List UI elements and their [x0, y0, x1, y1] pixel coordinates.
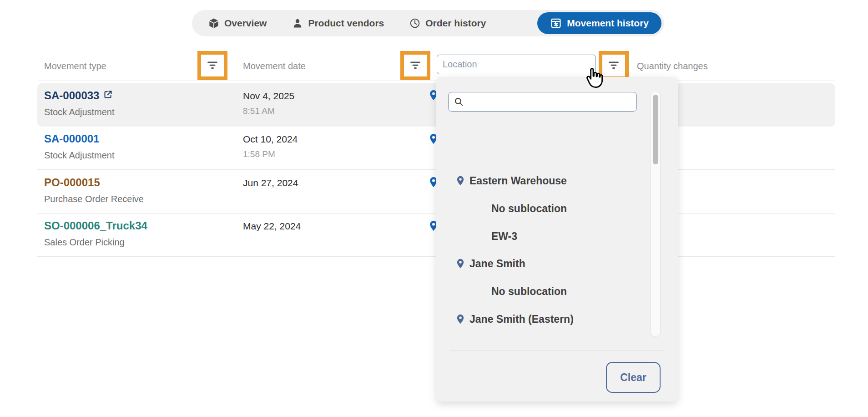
filter-icon — [607, 58, 621, 73]
location-filter-button[interactable] — [599, 51, 629, 80]
movement-type-filter-button[interactable] — [197, 51, 227, 80]
movement-time: 1:58 PM — [243, 149, 275, 159]
tab-product-vendors[interactable]: Product vendors — [292, 18, 384, 29]
clock-icon — [409, 18, 420, 29]
movement-link[interactable]: SA-000001 — [44, 132, 99, 145]
location-option-label: Eastern Warehouse — [469, 175, 567, 187]
scrollbar-thumb[interactable] — [653, 95, 658, 164]
location-option-label: No sublocation — [491, 285, 567, 298]
movement-time: 8:51 AM — [243, 106, 275, 116]
movement-type-label: Sales Order Picking — [44, 237, 125, 248]
movement-link[interactable]: PO-000015 — [44, 176, 100, 189]
filter-icon — [206, 58, 219, 73]
tab-overview[interactable]: Overview — [208, 18, 267, 29]
movement-link[interactable]: SA-000033 — [44, 89, 113, 102]
movement-icon — [550, 17, 562, 29]
location-option-label: EW-3 — [491, 230, 517, 243]
column-header-movement-type: Movement type — [44, 61, 106, 71]
movement-type-label: Stock Adjustment — [44, 107, 115, 117]
movement-date: Nov 4, 2025 — [243, 91, 294, 102]
movement-id: SA-000001 — [44, 132, 99, 145]
pin-icon — [455, 258, 466, 272]
dropdown-scrollbar[interactable] — [651, 91, 661, 337]
detail-tab-bar: Overview Product vendors Order history M… — [192, 10, 664, 36]
location-filter-dropdown: Eastern Warehouse No sublocation EW-3 Ja… — [436, 77, 678, 402]
movement-id: PO-000015 — [44, 176, 100, 189]
tab-label: Product vendors — [308, 18, 384, 29]
filter-icon — [409, 58, 422, 73]
movement-date-filter-button[interactable] — [400, 51, 430, 80]
location-option-label: No sublocation — [491, 203, 567, 215]
location-option[interactable]: Eastern Warehouse — [436, 171, 646, 191]
tab-label: Movement history — [567, 18, 649, 29]
pin-icon — [455, 175, 466, 189]
movement-type-label: Stock Adjustment — [44, 150, 115, 161]
person-icon — [292, 18, 303, 29]
location-search-input[interactable] — [448, 92, 637, 112]
location-option-label: Jane Smith (Eastern) — [469, 313, 574, 325]
location-option[interactable]: Jane Smith (Eastern) — [436, 309, 646, 329]
location-list: Eastern Warehouse No sublocation EW-3 Ja… — [436, 118, 646, 338]
movement-date: Jun 27, 2024 — [243, 178, 298, 188]
location-option-label: Jane Smith — [469, 258, 525, 270]
tab-movement-history[interactable]: Movement history — [537, 12, 661, 34]
movement-date: May 22, 2024 — [243, 221, 301, 232]
external-link-icon — [103, 89, 113, 102]
sublocation-option[interactable]: No sublocation — [436, 281, 646, 301]
column-header-quantity-changes: Quantity changes — [637, 61, 708, 71]
package-icon — [208, 18, 219, 29]
tab-order-history[interactable]: Order history — [409, 18, 486, 29]
clear-filter-button[interactable]: Clear — [606, 362, 661, 393]
pin-icon — [455, 314, 466, 327]
movement-date: Oct 10, 2024 — [243, 134, 298, 145]
sublocation-option[interactable]: EW-3 — [436, 226, 646, 246]
location-filter-input[interactable] — [437, 55, 596, 74]
tab-label: Overview — [224, 18, 267, 29]
movement-id: SA-000033 — [44, 89, 99, 102]
movement-type-label: Purchase Order Receive — [44, 194, 144, 204]
movement-link[interactable]: SO-000006_Truck34 — [44, 219, 147, 232]
movement-id: SO-000006_Truck34 — [44, 219, 147, 232]
tab-label: Order history — [425, 18, 486, 29]
location-option[interactable]: Jane Smith — [436, 254, 646, 274]
sublocation-option[interactable]: No sublocation — [436, 337, 646, 338]
dropdown-divider — [450, 351, 664, 351]
column-header-movement-date: Movement date — [243, 61, 306, 71]
sublocation-option[interactable]: No sublocation — [436, 198, 646, 219]
